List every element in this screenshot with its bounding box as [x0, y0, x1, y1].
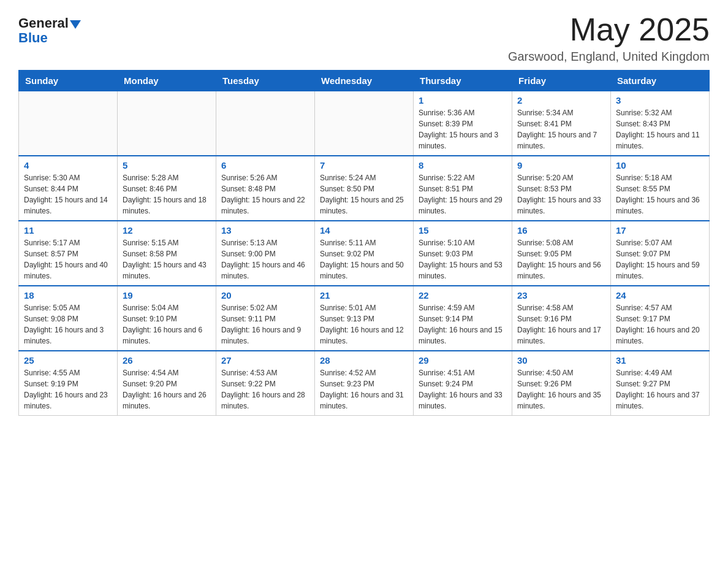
- day-info: Sunrise: 5:01 AM Sunset: 9:13 PM Dayligh…: [320, 302, 408, 347]
- day-info: Sunrise: 5:18 AM Sunset: 8:55 PM Dayligh…: [616, 172, 704, 216]
- day-info: Sunrise: 4:58 AM Sunset: 9:16 PM Dayligh…: [517, 302, 605, 347]
- day-number: 14: [320, 225, 408, 236]
- day-number: 7: [320, 160, 408, 170]
- col-saturday: Saturday: [611, 71, 710, 91]
- day-number: 16: [517, 225, 605, 236]
- calendar-week-row: 4Sunrise: 5:30 AM Sunset: 8:44 PM Daylig…: [19, 156, 710, 221]
- day-info: Sunrise: 5:22 AM Sunset: 8:51 PM Dayligh…: [419, 172, 507, 216]
- table-row: 10Sunrise: 5:18 AM Sunset: 8:55 PM Dayli…: [611, 156, 710, 221]
- day-number: 22: [419, 290, 507, 301]
- table-row: 5Sunrise: 5:28 AM Sunset: 8:46 PM Daylig…: [118, 156, 216, 221]
- day-number: 5: [123, 160, 211, 170]
- day-number: 15: [419, 225, 507, 236]
- table-row: 30Sunrise: 4:50 AM Sunset: 9:26 PM Dayli…: [512, 351, 611, 416]
- day-info: Sunrise: 5:13 AM Sunset: 9:00 PM Dayligh…: [221, 237, 309, 282]
- day-info: Sunrise: 5:08 AM Sunset: 9:05 PM Dayligh…: [517, 237, 605, 282]
- day-info: Sunrise: 4:51 AM Sunset: 9:24 PM Dayligh…: [419, 367, 507, 412]
- calendar-week-row: 18Sunrise: 5:05 AM Sunset: 9:08 PM Dayli…: [19, 286, 710, 351]
- table-row: 31Sunrise: 4:49 AM Sunset: 9:27 PM Dayli…: [611, 351, 710, 416]
- day-number: 19: [123, 290, 211, 301]
- day-info: Sunrise: 4:53 AM Sunset: 9:22 PM Dayligh…: [221, 367, 309, 412]
- day-number: 3: [616, 95, 704, 105]
- table-row: 1Sunrise: 5:36 AM Sunset: 8:39 PM Daylig…: [414, 91, 512, 156]
- day-info: Sunrise: 5:26 AM Sunset: 8:48 PM Dayligh…: [221, 172, 309, 216]
- day-info: Sunrise: 5:24 AM Sunset: 8:50 PM Dayligh…: [320, 172, 408, 216]
- col-wednesday: Wednesday: [315, 71, 414, 91]
- table-row: 23Sunrise: 4:58 AM Sunset: 9:16 PM Dayli…: [512, 286, 611, 351]
- day-number: 31: [616, 355, 704, 366]
- month-year-title: May 2025: [508, 12, 710, 47]
- table-row: [315, 91, 414, 156]
- table-row: 11Sunrise: 5:17 AM Sunset: 8:57 PM Dayli…: [19, 221, 118, 286]
- col-monday: Monday: [118, 71, 216, 91]
- page-header: General Blue May 2025 Garswood, England,…: [18, 12, 710, 64]
- table-row: 24Sunrise: 4:57 AM Sunset: 9:17 PM Dayli…: [611, 286, 710, 351]
- col-thursday: Thursday: [414, 71, 512, 91]
- day-info: Sunrise: 5:04 AM Sunset: 9:10 PM Dayligh…: [123, 302, 211, 347]
- day-number: 30: [517, 355, 605, 366]
- logo-general-text: General: [18, 15, 69, 31]
- day-number: 18: [24, 290, 112, 301]
- table-row: 19Sunrise: 5:04 AM Sunset: 9:10 PM Dayli…: [118, 286, 216, 351]
- table-row: 26Sunrise: 4:54 AM Sunset: 9:20 PM Dayli…: [118, 351, 216, 416]
- day-number: 11: [24, 225, 112, 236]
- day-number: 28: [320, 355, 408, 366]
- table-row: 7Sunrise: 5:24 AM Sunset: 8:50 PM Daylig…: [315, 156, 414, 221]
- table-row: 3Sunrise: 5:32 AM Sunset: 8:43 PM Daylig…: [611, 91, 710, 156]
- day-number: 8: [419, 160, 507, 170]
- day-info: Sunrise: 5:10 AM Sunset: 9:03 PM Dayligh…: [419, 237, 507, 282]
- day-info: Sunrise: 5:28 AM Sunset: 8:46 PM Dayligh…: [123, 172, 211, 216]
- table-row: 16Sunrise: 5:08 AM Sunset: 9:05 PM Dayli…: [512, 221, 611, 286]
- day-info: Sunrise: 5:15 AM Sunset: 8:58 PM Dayligh…: [123, 237, 211, 282]
- day-info: Sunrise: 5:02 AM Sunset: 9:11 PM Dayligh…: [221, 302, 309, 347]
- table-row: 9Sunrise: 5:20 AM Sunset: 8:53 PM Daylig…: [512, 156, 611, 221]
- day-info: Sunrise: 4:54 AM Sunset: 9:20 PM Dayligh…: [123, 367, 211, 412]
- day-number: 1: [419, 95, 507, 105]
- table-row: 12Sunrise: 5:15 AM Sunset: 8:58 PM Dayli…: [118, 221, 216, 286]
- table-row: 6Sunrise: 5:26 AM Sunset: 8:48 PM Daylig…: [216, 156, 315, 221]
- table-row: 25Sunrise: 4:55 AM Sunset: 9:19 PM Dayli…: [19, 351, 118, 416]
- calendar-header-row: Sunday Monday Tuesday Wednesday Thursday…: [19, 71, 710, 91]
- day-info: Sunrise: 4:49 AM Sunset: 9:27 PM Dayligh…: [616, 367, 704, 412]
- table-row: 13Sunrise: 5:13 AM Sunset: 9:00 PM Dayli…: [216, 221, 315, 286]
- col-sunday: Sunday: [19, 71, 118, 91]
- calendar-week-row: 25Sunrise: 4:55 AM Sunset: 9:19 PM Dayli…: [19, 351, 710, 416]
- day-number: 2: [517, 95, 605, 105]
- day-number: 24: [616, 290, 704, 301]
- day-number: 23: [517, 290, 605, 301]
- title-block: May 2025 Garswood, England, United Kingd…: [508, 12, 710, 64]
- table-row: 29Sunrise: 4:51 AM Sunset: 9:24 PM Dayli…: [414, 351, 512, 416]
- table-row: 21Sunrise: 5:01 AM Sunset: 9:13 PM Dayli…: [315, 286, 414, 351]
- table-row: [118, 91, 216, 156]
- calendar-table: Sunday Monday Tuesday Wednesday Thursday…: [18, 70, 710, 416]
- col-friday: Friday: [512, 71, 611, 91]
- day-number: 12: [123, 225, 211, 236]
- table-row: 22Sunrise: 4:59 AM Sunset: 9:14 PM Dayli…: [414, 286, 512, 351]
- day-number: 27: [221, 355, 309, 366]
- day-info: Sunrise: 5:05 AM Sunset: 9:08 PM Dayligh…: [24, 302, 112, 347]
- day-number: 21: [320, 290, 408, 301]
- day-info: Sunrise: 4:57 AM Sunset: 9:17 PM Dayligh…: [616, 302, 704, 347]
- calendar-week-row: 1Sunrise: 5:36 AM Sunset: 8:39 PM Daylig…: [19, 91, 710, 156]
- day-info: Sunrise: 5:30 AM Sunset: 8:44 PM Dayligh…: [24, 172, 112, 216]
- day-number: 4: [24, 160, 112, 170]
- table-row: 8Sunrise: 5:22 AM Sunset: 8:51 PM Daylig…: [414, 156, 512, 221]
- day-info: Sunrise: 4:55 AM Sunset: 9:19 PM Dayligh…: [24, 367, 112, 412]
- day-number: 26: [123, 355, 211, 366]
- logo-triangle-icon: [70, 20, 81, 29]
- col-tuesday: Tuesday: [216, 71, 315, 91]
- table-row: 14Sunrise: 5:11 AM Sunset: 9:02 PM Dayli…: [315, 221, 414, 286]
- table-row: 15Sunrise: 5:10 AM Sunset: 9:03 PM Dayli…: [414, 221, 512, 286]
- table-row: [216, 91, 315, 156]
- day-number: 17: [616, 225, 704, 236]
- day-number: 29: [419, 355, 507, 366]
- day-number: 13: [221, 225, 309, 236]
- day-number: 9: [517, 160, 605, 170]
- calendar-week-row: 11Sunrise: 5:17 AM Sunset: 8:57 PM Dayli…: [19, 221, 710, 286]
- table-row: 27Sunrise: 4:53 AM Sunset: 9:22 PM Dayli…: [216, 351, 315, 416]
- day-info: Sunrise: 5:17 AM Sunset: 8:57 PM Dayligh…: [24, 237, 112, 282]
- day-info: Sunrise: 5:32 AM Sunset: 8:43 PM Dayligh…: [616, 107, 704, 151]
- table-row: 18Sunrise: 5:05 AM Sunset: 9:08 PM Dayli…: [19, 286, 118, 351]
- day-info: Sunrise: 5:36 AM Sunset: 8:39 PM Dayligh…: [419, 107, 507, 151]
- day-number: 25: [24, 355, 112, 366]
